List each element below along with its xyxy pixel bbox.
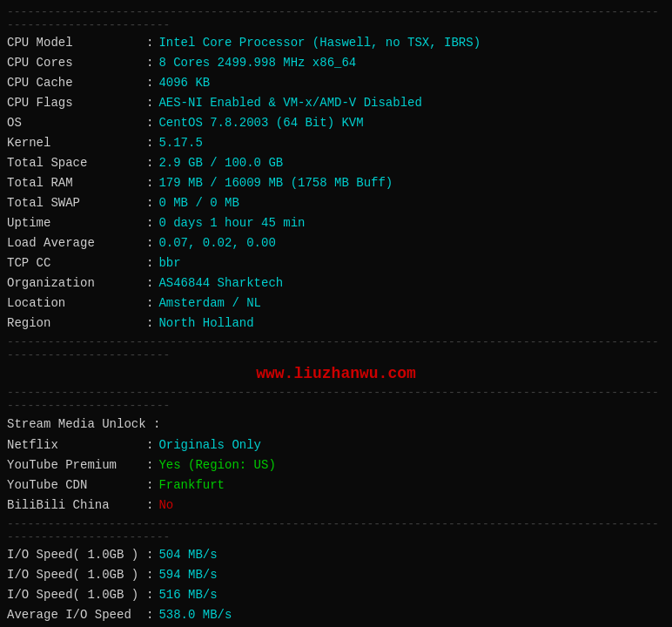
io2-label: I/O Speed( 1.0GB ) [7,566,146,584]
total-swap-row: Total SWAP : 0 MB / 0 MB [7,193,665,213]
io1-label: I/O Speed( 1.0GB ) [7,546,146,564]
cpu-cache-row: CPU Cache : 4096 KB [7,73,665,93]
os-row: OS : CentOS 7.8.2003 (64 Bit) KVM [7,113,665,133]
divider-mid2: ----------------------------------------… [7,386,665,412]
terminal: ----------------------------------------… [0,0,672,627]
io3-label: I/O Speed( 1.0GB ) [7,586,146,604]
kernel-label: Kernel [7,134,146,152]
region-row: Region : North Holland [7,314,665,334]
cpu-cores-label: CPU Cores [7,54,146,72]
organization-label: Organization [7,274,146,293]
region-value: North Holland [158,314,253,333]
cpu-flags-label: CPU Flags [7,94,146,112]
divider-io-top: ----------------------------------------… [7,517,665,543]
media-title: Stream Media Unlock : [7,415,160,435]
bilibili-row: BiliBili China : No [7,496,665,516]
total-ram-label: Total RAM [7,174,146,192]
watermark: www.liuzhanwu.com [7,363,665,384]
youtube-premium-row: YouTube Premium : Yes (Region: US) [7,455,665,475]
load-avg-label: Load Average [7,234,146,253]
tcp-cc-value: bbr [158,254,180,273]
bilibili-label: BiliBili China [7,496,146,515]
io1-value: 504 MB/s [158,546,217,564]
divider-top: ----------------------------------------… [7,5,665,31]
uptime-label: Uptime [7,214,146,233]
io3-row: I/O Speed( 1.0GB ) : 516 MB/s [7,585,665,605]
io2-value: 594 MB/s [158,566,217,584]
io1-row: I/O Speed( 1.0GB ) : 504 MB/s [7,545,665,565]
youtube-cdn-label: YouTube CDN [7,476,146,495]
total-space-row: Total Space : 2.9 GB / 100.0 GB [7,153,665,173]
cpu-model-label: CPU Model [7,34,146,52]
tcp-cc-label: TCP CC [7,254,146,273]
total-space-value: 2.9 GB / 100.0 GB [158,154,283,172]
location-label: Location [7,294,146,313]
netflix-label: Netflix [7,436,146,455]
organization-row: Organization : AS46844 Sharktech [7,273,665,293]
media-title-row: Stream Media Unlock : [7,414,665,435]
os-label: OS [7,114,146,132]
cpu-model-row: CPU Model : Intel Core Processor (Haswel… [7,33,665,53]
kernel-value: 5.17.5 [158,134,202,152]
load-avg-value: 0.07, 0.02, 0.00 [158,234,275,253]
io3-value: 516 MB/s [158,586,217,604]
location-value: Amsterdam / NL [158,294,261,313]
cpu-cores-row: CPU Cores : 8 Cores 2499.998 MHz x86_64 [7,53,665,73]
youtube-premium-value: Yes (Region: US) [158,456,275,475]
tcp-cc-row: TCP CC : bbr [7,253,665,273]
total-ram-row: Total RAM : 179 MB / 16009 MB (1758 MB B… [7,173,665,193]
cpu-flags-row: CPU Flags : AES-NI Enabled & VM-x/AMD-V … [7,93,665,113]
youtube-cdn-row: YouTube CDN : Frankfurt [7,475,665,496]
io2-row: I/O Speed( 1.0GB ) : 594 MB/s [7,565,665,585]
region-label: Region [7,314,146,333]
kernel-row: Kernel : 5.17.5 [7,133,665,153]
organization-value: AS46844 Sharktech [158,274,283,293]
netflix-value: Originals Only [158,436,261,455]
os-value: CentOS 7.8.2003 (64 Bit) KVM [158,114,363,132]
io-avg-label: Average I/O Speed [7,606,146,624]
total-ram-value: 179 MB / 16009 MB (1758 MB Buff) [158,174,393,192]
uptime-row: Uptime : 0 days 1 hour 45 min [7,213,665,233]
divider-mid1: ----------------------------------------… [7,335,665,361]
cpu-flags-value: AES-NI Enabled & VM-x/AMD-V Disabled [158,94,421,112]
netflix-row: Netflix : Originals Only [7,435,665,455]
cpu-model-value: Intel Core Processor (Haswell, no TSX, I… [158,34,480,52]
location-row: Location : Amsterdam / NL [7,293,665,314]
cpu-cache-value: 4096 KB [158,74,210,92]
cpu-cache-label: CPU Cache [7,74,146,92]
total-space-label: Total Space [7,154,146,172]
io-avg-value: 538.0 MB/s [158,606,232,624]
bilibili-value: No [158,496,173,515]
total-swap-label: Total SWAP [7,194,146,212]
youtube-premium-label: YouTube Premium [7,456,146,475]
io-avg-row: Average I/O Speed : 538.0 MB/s [7,605,665,625]
youtube-cdn-value: Frankfurt [158,476,225,495]
total-swap-value: 0 MB / 0 MB [158,194,239,212]
uptime-value: 0 days 1 hour 45 min [158,214,305,233]
cpu-cores-value: 8 Cores 2499.998 MHz x86_64 [158,54,356,72]
load-avg-row: Load Average : 0.07, 0.02, 0.00 [7,233,665,253]
